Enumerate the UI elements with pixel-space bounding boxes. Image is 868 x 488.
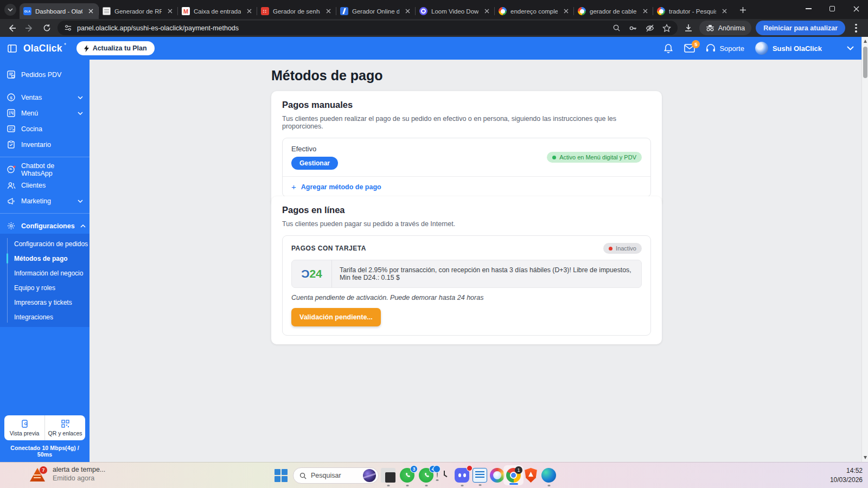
subitem-label: Integraciones	[14, 313, 53, 321]
tab-close-icon[interactable]	[720, 7, 729, 16]
subitem-integraciones[interactable]: Integraciones	[0, 310, 90, 324]
support-button[interactable]: Soporte	[706, 44, 744, 53]
tab-close-icon[interactable]	[324, 7, 333, 16]
brave-icon[interactable]	[524, 468, 538, 483]
forward-icon[interactable]	[23, 22, 36, 35]
sidebar-item-clientes[interactable]: Clientes	[0, 177, 90, 193]
tab-generador-rfcs[interactable]: Generador de RFCs: C	[99, 3, 178, 19]
tab-close-icon[interactable]	[403, 7, 412, 16]
subitem-informacion-negocio[interactable]: Información del negocio	[0, 266, 90, 280]
tab-dashboard-olaclick[interactable]: OLA Dashboard - OlaClick	[20, 3, 99, 19]
scroll-up-arrow[interactable]	[864, 40, 867, 43]
sidebar-item-label: Inventario	[21, 141, 51, 149]
manage-button[interactable]: Gestionar	[291, 157, 338, 170]
scrollbar-thumb[interactable]	[863, 47, 867, 78]
tab-close-icon[interactable]	[165, 7, 174, 16]
tab-title: gerador de cable (co	[590, 8, 637, 15]
tab-close-icon[interactable]	[641, 7, 649, 16]
validation-pending-button[interactable]: Validación pendiente...	[291, 308, 381, 326]
upgrade-plan-button[interactable]: Actualiza tu Plan	[76, 41, 155, 55]
notepad-icon[interactable]	[473, 468, 487, 483]
sales-dollar-icon: $	[7, 93, 16, 101]
minimize-button[interactable]	[796, 0, 820, 17]
tab-title: Caixa de entrada (2.5	[194, 8, 241, 15]
start-button[interactable]	[275, 469, 288, 482]
sidebar-item-inventario[interactable]: Inventario	[0, 137, 90, 152]
bookmark-star-icon[interactable]	[662, 24, 671, 33]
taskbar-search[interactable]: Pesquisar	[293, 467, 379, 484]
tab-gerador-senhas[interactable]: ∷ Gerador de senhas - I	[257, 3, 336, 19]
subitem-impresoras-tickets[interactable]: Impresoras y tickets	[0, 295, 90, 310]
sidebar-item-cocina[interactable]: Cocina	[0, 121, 90, 137]
search-in-page-icon[interactable]	[612, 24, 621, 32]
notifications-bell-icon[interactable]	[663, 43, 673, 54]
download-icon[interactable]	[682, 22, 695, 35]
pos-orders-icon	[7, 70, 16, 79]
discord-icon[interactable]	[455, 468, 469, 483]
page-scrollbar[interactable]	[861, 37, 868, 462]
tab-caixa-entrada[interactable]: M Caixa de entrada (2.5	[178, 3, 257, 19]
manual-payments-card: Pagos manuales Tus clientes pueden reali…	[271, 91, 662, 206]
scroll-down-arrow[interactable]	[864, 456, 867, 459]
tab-tradutor[interactable]: tradutor - Pesquisa G	[653, 3, 732, 19]
address-bar[interactable]: panel.olaclick.app/sushi-es-olaclick/pay…	[58, 21, 678, 35]
maximize-button[interactable]	[820, 0, 844, 17]
date: 10/03/2026	[830, 476, 863, 485]
close-window-button[interactable]	[844, 0, 868, 17]
browser-toolbar: panel.olaclick.app/sushi-es-olaclick/pay…	[0, 19, 868, 37]
chevron-down-icon	[78, 96, 83, 99]
add-payment-method-link[interactable]: + Agregar método de pago	[283, 176, 650, 197]
subitem-equipo-roles[interactable]: Equipo y roles	[0, 280, 90, 295]
google-favicon	[578, 7, 586, 15]
chrome-active-slot[interactable]: 1	[503, 465, 524, 485]
eye-off-icon[interactable]	[646, 24, 654, 33]
browser-menu-icon[interactable]	[850, 22, 863, 35]
account-chevron-down-icon[interactable]	[847, 46, 854, 50]
password-key-icon[interactable]	[629, 24, 637, 33]
olaclick-logo[interactable]: OlaClick	[23, 43, 67, 54]
sidebar-item-menu[interactable]: Menú	[0, 105, 90, 121]
card-payments-section-title: PAGOS CON TARJETA	[291, 245, 366, 252]
sidebar-item-marketing[interactable]: Marketing	[0, 193, 90, 209]
back-icon[interactable]	[5, 22, 18, 35]
clock-app-icon[interactable]	[437, 467, 438, 478]
tab-close-icon[interactable]	[482, 7, 491, 16]
tab-gerador-cable[interactable]: gerador de cable (co	[574, 3, 653, 19]
account-menu[interactable]: Sushi OlaClick	[755, 42, 822, 55]
taskbar-clock[interactable]: 14:52 10/03/2026	[830, 466, 863, 485]
new-tab-button[interactable]	[736, 3, 750, 17]
site-info-icon[interactable]	[64, 24, 72, 32]
tab-close-icon[interactable]	[86, 7, 95, 16]
time: 14:52	[830, 466, 863, 476]
tab-gerador-online[interactable]: Gerador Online de Cl	[336, 3, 416, 19]
copilot-icon[interactable]	[490, 468, 505, 483]
tab-close-icon[interactable]	[245, 7, 253, 16]
sidebar-toggle-icon[interactable]	[8, 44, 17, 53]
edge-icon[interactable]	[541, 468, 556, 483]
qr-links-button[interactable]: QR y enlaces	[44, 415, 85, 440]
preview-button[interactable]: Vista previa	[4, 415, 44, 440]
incognito-label: Anônima	[718, 24, 745, 32]
subitem-label: Impresoras y tickets	[14, 299, 72, 306]
incognito-badge[interactable]: Anônima	[699, 21, 751, 35]
notification-toast[interactable]: 7 alerta de tempe... Emitido agora	[30, 466, 105, 482]
messages-mail-icon[interactable]: 5	[684, 44, 695, 53]
tab-title: Gerador de senhas - I	[273, 8, 320, 15]
sidebar-item-configuraciones[interactable]: Configuraciones	[0, 218, 90, 234]
sidebar-item-ventas[interactable]: $ Ventas	[0, 89, 90, 105]
whatsapp-icon-2[interactable]: 4	[419, 468, 433, 483]
restart-to-update-button[interactable]: Reiniciar para atualizar	[756, 21, 845, 35]
tab-search-icon[interactable]	[4, 4, 16, 16]
sidebar-item-pedidos-pdv[interactable]: Pedidos PDV	[0, 67, 90, 82]
subitem-metodos-de-pago[interactable]: Métodos de pago	[0, 251, 90, 266]
subitem-configuracion-pedidos[interactable]: Configuración de pedidos	[0, 236, 90, 251]
sidebar-item-chatbot-whatsapp[interactable]: Chatbot de WhatsApp	[0, 162, 90, 177]
tab-loom-video[interactable]: Loom Video Downloa	[416, 3, 495, 19]
chrome-icon[interactable]: 1	[506, 468, 521, 483]
tab-endereco-completo[interactable]: endereço completo g	[495, 3, 574, 19]
reload-icon[interactable]	[40, 22, 53, 35]
inventory-clipboard-icon	[7, 140, 16, 149]
taskbar-app-dark-icon[interactable]	[381, 468, 395, 483]
tab-close-icon[interactable]	[561, 7, 570, 16]
whatsapp-icon[interactable]: 3	[400, 468, 414, 483]
